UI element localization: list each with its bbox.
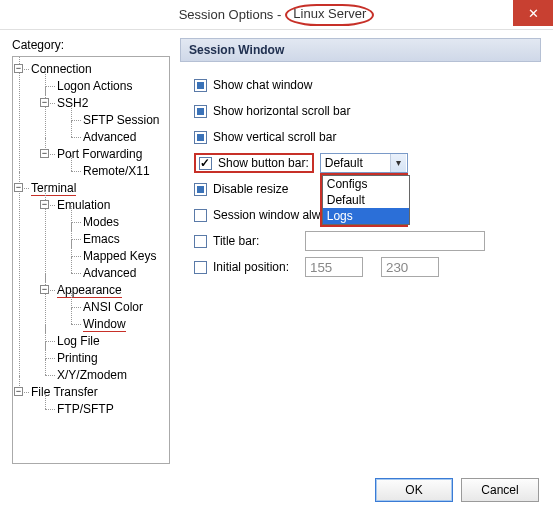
tree-logon-actions[interactable]: Logon Actions bbox=[57, 79, 132, 93]
tree-toggle[interactable]: − bbox=[14, 387, 23, 396]
chk-initial-pos[interactable] bbox=[194, 261, 207, 274]
tree-emulation[interactable]: Emulation bbox=[57, 198, 110, 212]
chk-show-chat[interactable] bbox=[194, 79, 207, 92]
chk-title-bar[interactable] bbox=[194, 235, 207, 248]
category-label: Category: bbox=[12, 38, 170, 52]
title-prefix: Session Options - bbox=[179, 7, 282, 22]
tree-xyz[interactable]: X/Y/Zmodem bbox=[57, 368, 127, 382]
select-value: Default bbox=[325, 156, 363, 170]
tree-toggle[interactable]: − bbox=[14, 64, 23, 73]
ok-button[interactable]: OK bbox=[375, 478, 453, 502]
tree-remote-x11[interactable]: Remote/X11 bbox=[83, 164, 150, 178]
tree-ftp-sftp[interactable]: FTP/SFTP bbox=[57, 402, 114, 416]
chk-disable-resize[interactable] bbox=[194, 183, 207, 196]
category-tree[interactable]: − Connection Logon Actions − SSH2 SFTP S… bbox=[12, 56, 170, 464]
tree-emacs[interactable]: Emacs bbox=[83, 232, 120, 246]
tree-toggle[interactable]: − bbox=[40, 200, 49, 209]
section-header: Session Window bbox=[180, 38, 541, 62]
tree-file-transfer[interactable]: File Transfer bbox=[31, 385, 98, 399]
dd-opt-default[interactable]: Default bbox=[323, 192, 409, 208]
tree-advanced-emul[interactable]: Advanced bbox=[83, 266, 136, 280]
lbl-show-vscroll: Show vertical scroll bar bbox=[213, 130, 336, 144]
tree-modes[interactable]: Modes bbox=[83, 215, 119, 229]
chk-session-always[interactable] bbox=[194, 209, 207, 222]
close-button[interactable]: ✕ bbox=[513, 0, 553, 26]
tree-mapped-keys[interactable]: Mapped Keys bbox=[83, 249, 156, 263]
tree-log-file[interactable]: Log File bbox=[57, 334, 100, 348]
button-bar-select[interactable]: Default ▾ Configs Default Logs bbox=[320, 153, 408, 173]
chk-show-button-bar[interactable] bbox=[199, 157, 212, 170]
tree-advanced-ssh[interactable]: Advanced bbox=[83, 130, 136, 144]
tree-ssh2[interactable]: SSH2 bbox=[57, 96, 88, 110]
chk-show-vscroll[interactable] bbox=[194, 131, 207, 144]
tree-connection[interactable]: Connection bbox=[31, 62, 92, 76]
tree-window[interactable]: Window bbox=[83, 317, 126, 332]
tree-toggle[interactable]: − bbox=[40, 285, 49, 294]
tree-sftp-session[interactable]: SFTP Session bbox=[83, 113, 159, 127]
cancel-button[interactable]: Cancel bbox=[461, 478, 539, 502]
lbl-show-chat: Show chat window bbox=[213, 78, 312, 92]
lbl-show-button-bar: Show button bar: bbox=[218, 156, 309, 170]
pos-x-input[interactable] bbox=[305, 257, 363, 277]
title-bar: Session Options - Linux Server ✕ bbox=[0, 0, 553, 30]
title-session: Linux Server bbox=[285, 4, 374, 26]
tree-port-fwd[interactable]: Port Forwarding bbox=[57, 147, 142, 161]
tree-printing[interactable]: Printing bbox=[57, 351, 98, 365]
title-bar-input[interactable] bbox=[305, 231, 485, 251]
lbl-disable-resize: Disable resize bbox=[213, 182, 288, 196]
tree-ansi-color[interactable]: ANSI Color bbox=[83, 300, 143, 314]
pos-y-input[interactable] bbox=[381, 257, 439, 277]
chevron-down-icon: ▾ bbox=[390, 154, 406, 172]
lbl-session-always: Session window alwa bbox=[213, 208, 327, 222]
tree-terminal[interactable]: Terminal bbox=[31, 181, 76, 196]
lbl-show-hscroll: Show horizontal scroll bar bbox=[213, 104, 350, 118]
tree-toggle[interactable]: − bbox=[40, 149, 49, 158]
tree-toggle[interactable]: − bbox=[40, 98, 49, 107]
tree-toggle[interactable]: − bbox=[14, 183, 23, 192]
close-icon: ✕ bbox=[528, 6, 539, 21]
dd-opt-logs[interactable]: Logs bbox=[323, 208, 409, 224]
lbl-initial-pos: Initial position: bbox=[213, 260, 305, 274]
dd-opt-configs[interactable]: Configs bbox=[323, 176, 409, 192]
chk-show-hscroll[interactable] bbox=[194, 105, 207, 118]
lbl-title-bar: Title bar: bbox=[213, 234, 305, 248]
tree-appearance[interactable]: Appearance bbox=[57, 283, 122, 298]
